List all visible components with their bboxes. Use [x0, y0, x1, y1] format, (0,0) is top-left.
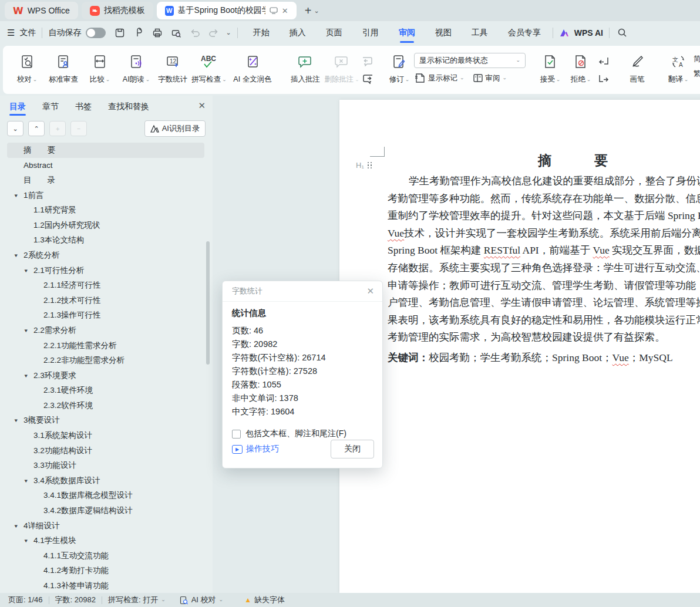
print-preview-icon[interactable] — [169, 26, 183, 40]
next-comment-icon[interactable] — [360, 73, 375, 85]
tab-wps-office[interactable]: W WPS Office — [5, 2, 78, 19]
save-icon[interactable] — [113, 26, 127, 40]
toc-item[interactable]: Abstract — [7, 158, 204, 173]
toc-item[interactable]: 3.3功能设计 — [7, 458, 204, 473]
sidebar-tab-contents[interactable]: 目录 — [9, 102, 26, 116]
toc-item[interactable]: 3.4.1数据库概念模型设计 — [7, 488, 204, 504]
tab-docer-templates[interactable]: ❧ 找稻壳模板 — [82, 2, 153, 19]
word-count-button[interactable]: 12 字数统计 — [154, 49, 191, 85]
translate-button[interactable]: 文A 翻译⌄ — [663, 49, 694, 85]
toc-expand-icon[interactable]: ▾ — [15, 523, 18, 529]
toc-item[interactable]: 2.3.1硬件环境 — [7, 383, 204, 399]
ai-proofread-button[interactable]: AI 校对⌄ — [180, 595, 223, 605]
tips-link[interactable]: ▶ 操作技巧 — [232, 444, 279, 454]
toc-item[interactable]: ▾2系统分析 — [7, 248, 204, 263]
toc-item[interactable]: 3.1系统架构设计 — [7, 428, 204, 443]
close-sidebar-icon[interactable]: ✕ — [198, 100, 206, 111]
autosave-toggle[interactable] — [86, 28, 106, 38]
checkbox-icon[interactable] — [232, 430, 241, 439]
toc-item[interactable]: ▾4.1学生模块 — [7, 533, 204, 548]
sidebar-tab-chapters[interactable]: 章节 — [42, 102, 59, 116]
proofread-button[interactable]: 校对⌄ — [9, 49, 45, 85]
search-icon[interactable] — [615, 26, 630, 40]
toc-expand-icon[interactable]: ▾ — [15, 193, 18, 198]
missing-font-warning[interactable]: ▲ 缺失字体 — [244, 595, 285, 605]
previous-comment-icon[interactable] — [360, 55, 375, 67]
toc-item[interactable]: ▾2.1可行性分析 — [7, 263, 204, 278]
spellcheck-status[interactable]: 拼写检查: 打开⌄ — [108, 595, 166, 605]
document-page[interactable]: H₁ 摘 要 学生考勤管理作为高校信息化建设的重要组成部分，整合了身份识别、考勤… — [339, 100, 700, 593]
page-indicator[interactable]: 页面: 1/46 — [8, 595, 43, 605]
toc-expand-icon[interactable]: ▾ — [15, 417, 18, 423]
demote-heading-button[interactable]: － — [70, 121, 87, 136]
toc-item[interactable]: 目 录 — [7, 173, 204, 188]
hamburger-icon[interactable]: ☰ — [7, 28, 15, 38]
redo-icon[interactable] — [207, 26, 221, 40]
new-tab-button[interactable]: + — [305, 4, 312, 18]
toc-item[interactable]: ▾4详细设计 — [7, 518, 204, 534]
sidebar-scrollbar[interactable] — [206, 241, 210, 365]
toc-expand-icon[interactable]: ▾ — [25, 268, 28, 274]
wps-ai-button[interactable]: WPS AI — [559, 28, 603, 38]
reject-button[interactable]: 拒绝⌄ — [566, 49, 596, 85]
toc-item[interactable]: 1.3本论文结构 — [7, 233, 204, 248]
show-markup-button[interactable]: 显示标记⌄ — [414, 73, 465, 83]
toc-expand-icon[interactable]: ▾ — [25, 328, 28, 333]
toc-item[interactable]: 4.1.2考勤打卡功能 — [7, 564, 204, 579]
sidebar-tab-bookmarks[interactable]: 书签 — [75, 102, 92, 116]
toc-item[interactable]: ▾3概要设计 — [7, 413, 204, 429]
include-footnotes-checkbox-row[interactable]: 包括文本框、脚注和尾注(F) — [232, 429, 373, 439]
compare-button[interactable]: 比较⌄ — [82, 49, 118, 85]
toc-item[interactable]: ▾3.4系统数据库设计 — [7, 473, 204, 488]
close-dialog-icon[interactable]: ✕ — [366, 286, 374, 296]
export-pdf-icon[interactable] — [132, 26, 146, 40]
close-tab-icon[interactable]: ✕ — [282, 6, 288, 15]
ai-read-aloud-button[interactable]: AI朗读⌄ — [118, 49, 154, 85]
toc-expand-icon[interactable]: ▾ — [25, 373, 28, 379]
toc-item[interactable]: 3.4.2数据库逻辑结构设计 — [7, 503, 204, 518]
sidebar-tab-find-replace[interactable]: 查找和替换 — [108, 102, 149, 116]
next-revision-icon[interactable] — [596, 73, 611, 85]
toc-expand-icon[interactable]: ▾ — [25, 478, 28, 484]
toc-item[interactable]: 4.1.1互动交流功能 — [7, 548, 204, 564]
toc-item[interactable]: 2.3.2软件环境 — [7, 398, 204, 413]
standard-review-button[interactable]: 标准审查 — [45, 49, 82, 85]
file-menu[interactable]: 文件 — [19, 28, 36, 38]
ai-toc-button[interactable]: AI识别目录 — [144, 120, 206, 137]
to-simplified-button[interactable]: 繁→ 转简 — [694, 69, 700, 79]
close-button[interactable]: 关闭 — [331, 440, 374, 458]
menu-插入[interactable]: 插入 — [284, 25, 312, 41]
document-text[interactable]: 摘 要 学生考勤管理作为高校信息化建设的重要组成部分，整合了身份识别、考勤管理等… — [388, 151, 700, 367]
pop-out-icon[interactable] — [270, 7, 278, 14]
promote-heading-button[interactable]: ＋ — [49, 121, 66, 136]
toc-item[interactable]: 2.1.2技术可行性 — [7, 293, 204, 308]
toc-item[interactable]: 2.2.1功能性需求分析 — [7, 338, 204, 353]
toc-item[interactable]: ▾2.3环境要求 — [7, 368, 204, 383]
menu-视图[interactable]: 视图 — [429, 25, 457, 41]
menu-会员专享[interactable]: 会员专享 — [502, 25, 547, 41]
delete-comment-button[interactable]: 删除批注⌄ — [324, 49, 360, 85]
word-count-indicator[interactable]: 字数: 20982 — [55, 595, 96, 605]
ink-brush-button[interactable]: 画笔 — [621, 49, 654, 85]
quick-access-chevron-icon[interactable]: ⌄ — [226, 29, 231, 36]
menu-工具[interactable]: 工具 — [466, 25, 494, 41]
track-changes-button[interactable]: 修订⌄ — [385, 49, 414, 85]
collapse-heading-button[interactable]: ⌄ — [7, 121, 23, 136]
print-icon[interactable] — [150, 26, 164, 40]
to-traditional-button[interactable]: 简→ 转繁 — [694, 54, 700, 64]
menu-引用[interactable]: 引用 — [356, 25, 385, 41]
drag-handle-icon[interactable] — [368, 162, 372, 169]
toc-item[interactable]: 3.2功能结构设计 — [7, 443, 204, 458]
undo-icon[interactable] — [188, 26, 202, 40]
toc-item[interactable]: 2.1.3操作可行性 — [7, 308, 204, 323]
ai-polish-button[interactable]: AI 全文润色 — [227, 49, 278, 85]
toc-item[interactable]: 4.1.3补签申请功能 — [7, 578, 204, 593]
expand-heading-button[interactable]: ⌃ — [28, 121, 45, 136]
toc-item[interactable]: 2.2.2非功能型需求分析 — [7, 353, 204, 368]
toc-expand-icon[interactable]: ▾ — [25, 538, 28, 544]
spell-check-button[interactable]: ABC 拼写检查⌄ — [191, 49, 227, 85]
toc-expand-icon[interactable]: ▾ — [15, 252, 18, 258]
menu-页面[interactable]: 页面 — [320, 25, 348, 41]
toc-item[interactable]: 1.2国内外研究现状 — [7, 218, 204, 233]
review-pane-button[interactable]: 审阅⌄ — [473, 73, 507, 83]
